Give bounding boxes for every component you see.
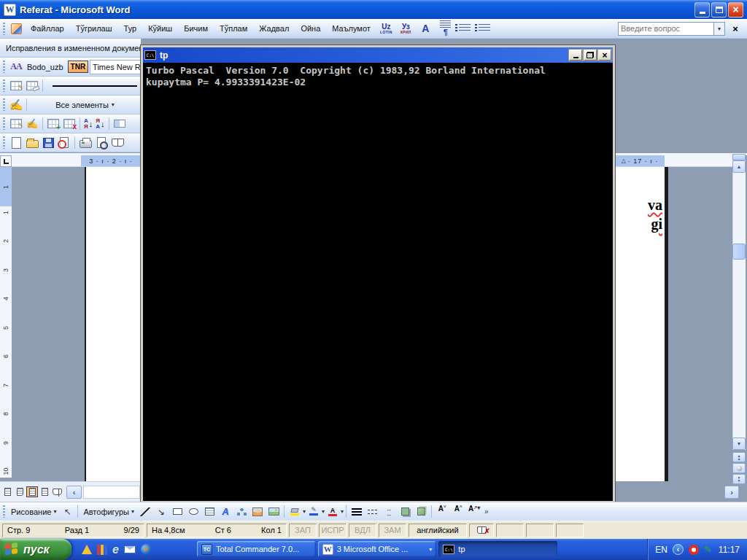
language-indicator[interactable]: английский (409, 524, 467, 537)
line-style-button[interactable] (349, 505, 364, 519)
autoshapes-menu-button[interactable]: Автофигуры ▾ (80, 508, 137, 516)
vertical-scrollbar-track[interactable] (732, 160, 746, 450)
oval-tool-button[interactable] (186, 505, 201, 519)
media-player-icon[interactable] (141, 544, 152, 555)
toolbar-options-chevron[interactable]: » (482, 508, 491, 516)
clip-art-button[interactable] (250, 505, 265, 519)
line-tool-button[interactable] (138, 505, 152, 519)
select-objects-button[interactable]: ↖ (60, 505, 74, 519)
record-macro-toggle[interactable]: ЗАП (289, 524, 317, 537)
new-document-button[interactable] (9, 136, 23, 150)
read-mode-button[interactable] (110, 136, 125, 150)
overtype-toggle[interactable]: ЗАМ (379, 524, 406, 537)
quick-launch-icon-2[interactable] (97, 545, 107, 555)
toolbar-grip[interactable] (3, 136, 5, 149)
menu-view[interactable]: Тур (118, 22, 143, 35)
save-button[interactable] (41, 136, 55, 150)
taskbar-button-total-commander[interactable]: TC Total Commander 7.0... (197, 541, 316, 557)
console-window[interactable]: C:\ tp × Turbo Pascal Version 7.0 Copyri… (141, 45, 615, 503)
toolbar-grip[interactable] (3, 61, 5, 73)
minimize-button[interactable] (694, 2, 710, 18)
dropdown-icon[interactable]: ▾ (322, 508, 325, 515)
tnr-button[interactable]: TNR (68, 61, 89, 73)
shadow-style-button[interactable] (398, 505, 412, 519)
console-titlebar[interactable]: C:\ tp × (143, 47, 613, 63)
text-box-button[interactable] (202, 505, 217, 519)
menu-file[interactable]: Файллар (25, 22, 70, 35)
horizontal-ruler-right[interactable]: △ · 17 · ı · (615, 155, 732, 167)
display-for-review-combo[interactable]: Исправления в измененном докумен (6, 44, 141, 52)
scroll-right-button[interactable]: › (724, 486, 739, 499)
console-close-button[interactable]: × (598, 50, 611, 61)
merge-cells-button[interactable] (112, 117, 127, 131)
quick-launch-icon-1[interactable] (82, 545, 92, 554)
print-preview-button[interactable] (94, 136, 109, 150)
dropdown-icon[interactable]: ▾ (341, 508, 344, 515)
tab-selector[interactable] (0, 155, 12, 167)
scroll-left-button[interactable]: ‹ (66, 486, 82, 499)
dropdown-icon[interactable]: ▾ (303, 508, 306, 515)
view-web-button[interactable] (14, 486, 26, 497)
select-browse-object-button[interactable] (732, 463, 746, 473)
rectangle-tool-button[interactable] (170, 505, 185, 519)
open-button[interactable] (25, 136, 39, 150)
line-style-sample[interactable] (53, 85, 137, 87)
show-filter-combo[interactable]: Все элементы ▾ (55, 101, 115, 109)
arrow-style-button[interactable]: ↔ ↔ (382, 505, 396, 519)
arrow-tool-button[interactable]: ↘ (154, 505, 169, 519)
scroll-up-button[interactable]: ▲ (732, 160, 746, 173)
sort-descending-button[interactable]: Я А ↓ (96, 118, 104, 130)
internet-explorer-icon[interactable]: e (112, 543, 119, 556)
draw-menu-button[interactable]: Рисование ▾ (8, 508, 59, 516)
font-name-combo[interactable]: Times New Rom (90, 60, 141, 74)
text-direction-button[interactable]: A↗ ▾ (467, 505, 481, 519)
letter-case-button[interactable]: A (417, 20, 435, 36)
styles-icon[interactable]: АА (10, 61, 21, 72)
tray-pencil-icon[interactable]: ✎ (704, 544, 712, 555)
numbered-list-button[interactable] (476, 20, 494, 36)
start-button[interactable]: пуск (0, 539, 71, 560)
menu-insert[interactable]: Кўйиш (142, 22, 178, 35)
taskbar-clock[interactable]: 11:17 (719, 545, 740, 555)
bullet-list-button[interactable] (456, 20, 474, 36)
console-minimize-button[interactable] (569, 50, 582, 61)
browse-next-button[interactable]: ▼▼ (732, 474, 746, 484)
draw-table-button[interactable]: ✎ (9, 79, 23, 93)
outlook-express-icon[interactable] (124, 545, 136, 553)
menu-format[interactable]: Бичим (178, 22, 214, 35)
taskbar-button-tp[interactable]: C:\ tp (438, 541, 557, 557)
ruler-strip[interactable]: 3 · ı · 2 · ı · (12, 155, 141, 167)
view-outline-button[interactable] (39, 486, 50, 497)
uz-latin-button[interactable]: Uz LOTIN (377, 20, 395, 36)
ruler-margin-zone[interactable]: 1 (0, 167, 12, 206)
line-color-button[interactable]: ✎ (306, 505, 321, 519)
track-changes-toggle[interactable]: ИСПР (319, 524, 347, 537)
scroll-down-button[interactable]: ▼ (732, 438, 746, 450)
print-button[interactable] (78, 136, 93, 150)
delete-row-button[interactable]: x (62, 117, 77, 131)
view-print-layout-button[interactable] (26, 486, 38, 497)
paragraph-format-button[interactable]: ¶ (436, 20, 454, 36)
insert-picture-button[interactable] (266, 505, 281, 519)
taskbar-button-office-group[interactable]: W 3 Microsoft Office ... ▾ (318, 541, 437, 557)
dash-style-button[interactable] (365, 505, 380, 519)
question-dropdown-icon[interactable]: ▾ (714, 22, 725, 36)
toolbar-grip[interactable] (3, 79, 5, 92)
vertical-scrollbar-thumb[interactable] (732, 244, 746, 260)
spelling-status[interactable]: ✗ (469, 524, 494, 537)
view-reading-button[interactable] (51, 486, 63, 497)
shrink-font-button[interactable]: A˅ (435, 505, 449, 519)
tray-ring-icon[interactable] (689, 545, 699, 555)
console-restore-button[interactable] (584, 50, 597, 61)
extend-selection-toggle[interactable]: ВДЛ (349, 524, 376, 537)
split-handle[interactable] (732, 154, 746, 160)
horizontal-scrollbar-track[interactable] (83, 486, 140, 499)
menu-edit[interactable]: Тўгрилаш (70, 22, 118, 35)
font-color-button[interactable]: А (325, 505, 340, 519)
permission-button[interactable] (57, 136, 71, 150)
diagram-button[interactable] (234, 505, 249, 519)
menu-table[interactable]: Жадвал (253, 22, 295, 35)
toolbar-grip[interactable] (3, 505, 5, 518)
properties-button[interactable]: ✍ (25, 117, 39, 131)
question-input[interactable] (618, 22, 714, 36)
